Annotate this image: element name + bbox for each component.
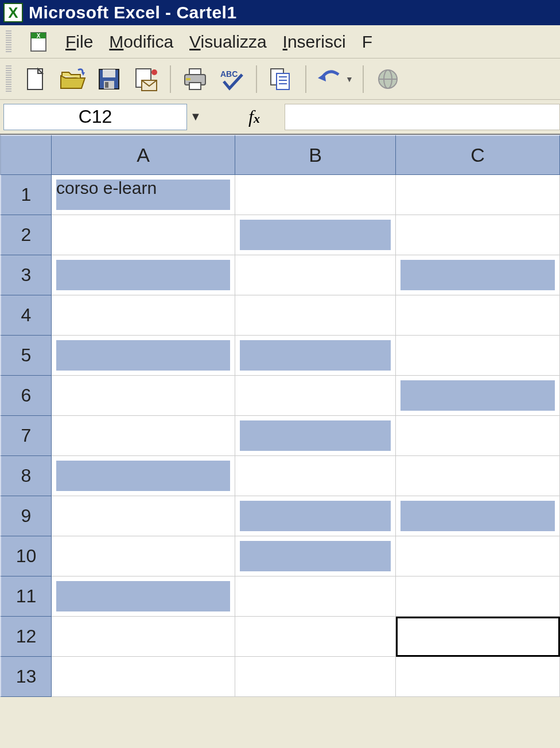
cell-B13[interactable]: [235, 657, 396, 697]
cell-fill: [56, 461, 230, 491]
cell-A12[interactable]: [52, 617, 235, 657]
col-header-C[interactable]: C: [396, 135, 560, 175]
cell-C11[interactable]: [396, 576, 560, 617]
cell-fill: [56, 581, 230, 611]
cell-B3[interactable]: [235, 255, 396, 295]
row-header-10[interactable]: 10: [0, 536, 52, 576]
select-all-corner[interactable]: [0, 135, 52, 175]
row-header-6[interactable]: 6: [0, 376, 52, 416]
cell-B12[interactable]: [235, 617, 396, 657]
cell-A1[interactable]: corso e-learn: [52, 175, 235, 215]
cell-A7[interactable]: [52, 416, 235, 456]
col-header-B[interactable]: B: [235, 135, 396, 175]
menubar: X File Modifica Visualizza Inserisci F: [0, 25, 560, 59]
titlebar: X Microsoft Excel - Cartel1: [0, 0, 560, 25]
cell-C8[interactable]: [396, 456, 560, 496]
spellcheck-button[interactable]: ABC: [216, 63, 248, 95]
name-box-dropdown[interactable]: ▼: [187, 104, 204, 130]
formula-input[interactable]: fx: [285, 104, 560, 130]
svg-text:ABC: ABC: [220, 69, 238, 79]
undo-button[interactable]: ▼: [314, 63, 355, 95]
cell-fill: [56, 340, 230, 371]
cell-B6[interactable]: [235, 376, 396, 416]
svg-rect-7: [103, 69, 115, 77]
cell-A6[interactable]: [52, 376, 235, 416]
toolbar-separator: [305, 65, 306, 93]
row-header-5[interactable]: 5: [0, 336, 52, 376]
fx-label-icon[interactable]: fx: [248, 106, 260, 127]
cell-fill: [400, 260, 555, 290]
cell-B7[interactable]: [235, 416, 396, 456]
name-box[interactable]: C12: [3, 104, 187, 130]
cell-C3[interactable]: [396, 255, 560, 295]
svg-point-12: [151, 69, 157, 75]
cell-C13[interactable]: [396, 657, 560, 697]
cell-A5[interactable]: [52, 336, 235, 376]
toolbar-separator: [256, 65, 257, 93]
cell-B4[interactable]: [235, 295, 396, 336]
cell-B9[interactable]: [235, 496, 396, 536]
row-header-9[interactable]: 9: [0, 496, 52, 536]
toolbar-separator: [363, 65, 364, 93]
cell-A13[interactable]: [52, 657, 235, 697]
cell-B10[interactable]: [235, 536, 396, 576]
cell-B8[interactable]: [235, 456, 396, 496]
row-header-3[interactable]: 3: [0, 255, 52, 295]
row-header-13[interactable]: 13: [0, 657, 52, 697]
col-header-A[interactable]: A: [52, 135, 235, 175]
menu-file[interactable]: File: [65, 32, 93, 52]
window-title: Microsoft Excel - Cartel1: [29, 3, 237, 22]
send-mail-button[interactable]: [130, 63, 162, 95]
cell-C12[interactable]: [396, 617, 560, 657]
cell-A8[interactable]: [52, 456, 235, 496]
save-button[interactable]: [93, 63, 125, 95]
print-button[interactable]: [179, 63, 211, 95]
dropdown-arrow-icon[interactable]: ▼: [345, 75, 353, 84]
cell-A3[interactable]: [52, 255, 235, 295]
menu-partial[interactable]: F: [362, 32, 372, 52]
cell-A2[interactable]: [52, 215, 235, 255]
new-document-button[interactable]: [20, 63, 52, 95]
cell-C4[interactable]: [396, 295, 560, 336]
row-header-1[interactable]: 1: [0, 175, 52, 215]
cell-C1[interactable]: [396, 175, 560, 215]
cell-C6[interactable]: [396, 376, 560, 416]
hyperlink-button[interactable]: [372, 63, 404, 95]
copy-button[interactable]: [265, 63, 297, 95]
cell-B2[interactable]: [235, 215, 396, 255]
menu-visualizza[interactable]: Visualizza: [189, 32, 267, 52]
open-button[interactable]: [56, 63, 88, 95]
row-header-4[interactable]: 4: [0, 295, 52, 336]
cell-A10[interactable]: [52, 536, 235, 576]
svg-marker-23: [318, 73, 326, 81]
cell-B11[interactable]: [235, 576, 396, 617]
svg-rect-16: [186, 78, 190, 80]
formula-bar: C12 ▼ fx: [0, 100, 560, 134]
cell-A11[interactable]: [52, 576, 235, 617]
cell-B5[interactable]: [235, 336, 396, 376]
cell-A4[interactable]: [52, 295, 235, 336]
workbook-icon[interactable]: X: [29, 32, 49, 52]
cell-B1[interactable]: [235, 175, 396, 215]
spreadsheet-grid[interactable]: A B C 1corso e-learn2345678910111213: [0, 134, 560, 697]
menu-inserisci[interactable]: Inserisci: [283, 32, 346, 52]
toolbar-separator: [170, 65, 171, 93]
standard-toolbar: ABC ▼: [0, 59, 560, 100]
row-header-12[interactable]: 12: [0, 617, 52, 657]
cell-C2[interactable]: [396, 215, 560, 255]
cell-text: corso e-learn: [56, 178, 157, 197]
cell-C7[interactable]: [396, 416, 560, 456]
cell-C5[interactable]: [396, 336, 560, 376]
row-header-11[interactable]: 11: [0, 576, 52, 617]
cell-fill: [240, 340, 391, 371]
row-header-8[interactable]: 8: [0, 456, 52, 496]
svg-text:X: X: [37, 33, 41, 39]
cell-A9[interactable]: [52, 496, 235, 536]
toolbar-grip[interactable]: [6, 65, 11, 93]
menubar-grip[interactable]: [6, 30, 11, 53]
cell-C9[interactable]: [396, 496, 560, 536]
row-header-7[interactable]: 7: [0, 416, 52, 456]
row-header-2[interactable]: 2: [0, 215, 52, 255]
menu-modifica[interactable]: Modifica: [109, 32, 173, 52]
cell-C10[interactable]: [396, 536, 560, 576]
